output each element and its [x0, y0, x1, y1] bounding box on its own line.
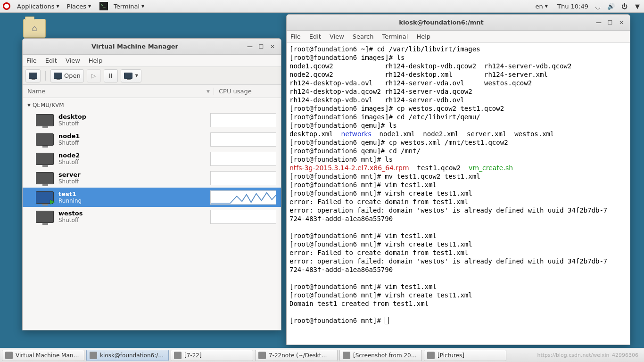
- vm-name: node1: [58, 132, 210, 140]
- connection-group[interactable]: ▼QEMU/KVM: [23, 100, 281, 110]
- clock[interactable]: Thu 10:49: [557, 3, 588, 10]
- power-icon[interactable]: ⏻: [620, 2, 628, 10]
- menu-view[interactable]: View: [66, 57, 80, 64]
- vm-name: desktop: [58, 113, 210, 120]
- task-label: [7-22]: [184, 352, 202, 359]
- minimize-button[interactable]: —: [594, 18, 603, 27]
- taskbar-item-4[interactable]: [Screenshot from 20…: [339, 350, 422, 361]
- vmm-title: Virtual Machine Manager: [26, 43, 243, 50]
- pause-button[interactable]: ⏸: [104, 69, 118, 82]
- task-label: kiosk@foundation6:/…: [100, 352, 164, 359]
- task-label: Virtual Machine Man…: [16, 352, 79, 359]
- vm-screen-icon: [36, 133, 54, 146]
- system-tray: en▼ Thu 10:49 ◡ 🔊 ⏻ ▼: [532, 2, 641, 10]
- watermark: https://blog.csdn.net/weixin_42996306: [537, 352, 642, 358]
- maximize-button[interactable]: ☐: [256, 42, 266, 51]
- wifi-icon[interactable]: ◡: [594, 2, 602, 10]
- vm-row-node1[interactable]: node1Shutoff: [23, 130, 281, 149]
- gnome-top-bar: Applications▼ Places▼ Terminal▼ en▼ Thu …: [0, 0, 644, 13]
- terminal-launcher-icon[interactable]: [99, 2, 108, 10]
- vm-state: Running: [58, 197, 210, 204]
- term-titlebar[interactable]: kiosk@foundation6:/mnt — ☐ ✕: [287, 15, 630, 31]
- col-cpu[interactable]: CPU usage: [214, 88, 281, 95]
- vm-state: Shutoff: [58, 120, 210, 127]
- menu-file[interactable]: File: [26, 57, 37, 64]
- minimize-button[interactable]: —: [245, 42, 255, 51]
- task-icon: [90, 352, 97, 359]
- vmm-column-headers: Name▼ CPU usage: [23, 85, 281, 98]
- cpu-graph: [210, 190, 276, 205]
- vm-name: westos: [58, 210, 210, 217]
- vm-row-test1[interactable]: test1Running: [23, 188, 281, 207]
- terminal-content[interactable]: [root@foundation6 ~]# cd /var/lib/libvir…: [287, 43, 630, 345]
- taskbar-item-1[interactable]: kiosk@foundation6:/…: [86, 350, 169, 361]
- bottom-taskbar: Virtual Machine Man…kiosk@foundation6:/……: [0, 348, 644, 362]
- menu-search[interactable]: Search: [353, 33, 374, 40]
- vm-row-server[interactable]: serverShutoff: [23, 168, 281, 188]
- close-button[interactable]: ✕: [268, 42, 277, 51]
- vm-screen-icon: [36, 172, 54, 184]
- menu-terminal[interactable]: Terminal: [382, 33, 408, 40]
- vm-name: server: [58, 171, 210, 178]
- taskbar-item-0[interactable]: Virtual Machine Man…: [2, 350, 84, 361]
- menu-file[interactable]: File: [290, 33, 301, 40]
- cpu-graph: [210, 152, 276, 166]
- distro-icon: [3, 2, 10, 10]
- task-icon: [5, 352, 13, 359]
- task-icon: [427, 352, 435, 359]
- vm-state: Shutoff: [58, 140, 210, 146]
- terminal-window: kiosk@foundation6:/mnt — ☐ ✕ File Edit V…: [286, 14, 630, 345]
- places-menu[interactable]: Places▼: [63, 3, 95, 10]
- task-label: 7-22note (~/Deskt…: [269, 352, 327, 359]
- applications-menu[interactable]: Applications▼: [13, 3, 63, 10]
- vm-screen-icon: [36, 114, 54, 126]
- vmm-menubar: File Edit View Help: [23, 55, 281, 67]
- term-menubar: File Edit View Search Terminal Help: [287, 31, 630, 43]
- task-icon: [343, 352, 350, 359]
- vm-state: Shutoff: [58, 217, 210, 223]
- taskbar-item-5[interactable]: [Pictures]: [424, 350, 506, 361]
- cpu-graph: [210, 210, 276, 224]
- vm-state: Shutoff: [58, 178, 210, 185]
- vmm-titlebar[interactable]: Virtual Machine Manager — ☐ ✕: [23, 39, 281, 55]
- task-label: [Pictures]: [438, 352, 464, 359]
- run-button[interactable]: ▷: [87, 69, 101, 82]
- shutdown-button[interactable]: ▼: [121, 69, 141, 82]
- vm-row-desktop[interactable]: desktopShutoff: [23, 110, 281, 130]
- input-language[interactable]: en▼: [532, 3, 552, 10]
- maximize-button[interactable]: ☐: [605, 18, 615, 27]
- virt-manager-window: Virtual Machine Manager — ☐ ✕ File Edit …: [22, 38, 281, 330]
- vm-state: Shutoff: [58, 159, 210, 165]
- menu-view[interactable]: View: [330, 33, 344, 40]
- vm-row-westos[interactable]: westosShutoff: [23, 207, 281, 226]
- task-icon: [174, 352, 182, 359]
- menu-edit[interactable]: Edit: [309, 33, 321, 40]
- vm-name: test1: [58, 190, 210, 197]
- user-menu-icon[interactable]: ▼: [634, 2, 641, 10]
- menu-edit[interactable]: Edit: [45, 57, 57, 64]
- terminal-menu[interactable]: Terminal▼: [110, 3, 148, 10]
- expand-icon[interactable]: ▼: [27, 103, 31, 107]
- taskbar-item-2[interactable]: [7-22]: [171, 350, 253, 361]
- col-name[interactable]: Name: [27, 88, 45, 95]
- open-vm-button[interactable]: Open: [50, 69, 84, 82]
- vm-name: node2: [58, 152, 210, 159]
- cpu-graph: [210, 171, 276, 185]
- menu-help[interactable]: Help: [416, 33, 430, 40]
- menu-help[interactable]: Help: [89, 57, 103, 64]
- taskbar-item-3[interactable]: 7-22note (~/Deskt…: [255, 350, 338, 361]
- vm-row-node2[interactable]: node2Shutoff: [23, 149, 281, 168]
- new-vm-button[interactable]: [25, 69, 41, 82]
- sort-icon[interactable]: ▼: [206, 89, 210, 94]
- vm-screen-icon: [36, 211, 54, 223]
- task-label: [Screenshot from 20…: [353, 352, 417, 359]
- term-title: kiosk@foundation6:/mnt: [290, 19, 592, 26]
- vm-screen-icon: [36, 191, 54, 204]
- vmm-toolbar: Open ▷ ⏸ ▼: [23, 67, 281, 85]
- close-button[interactable]: ✕: [617, 18, 626, 27]
- cpu-graph: [210, 113, 276, 127]
- vm-screen-icon: [36, 153, 54, 165]
- vmm-vm-tree: ▼QEMU/KVM desktopShutoffnode1Shutoffnode…: [23, 98, 281, 228]
- task-icon: [258, 352, 266, 359]
- volume-icon[interactable]: 🔊: [607, 2, 615, 10]
